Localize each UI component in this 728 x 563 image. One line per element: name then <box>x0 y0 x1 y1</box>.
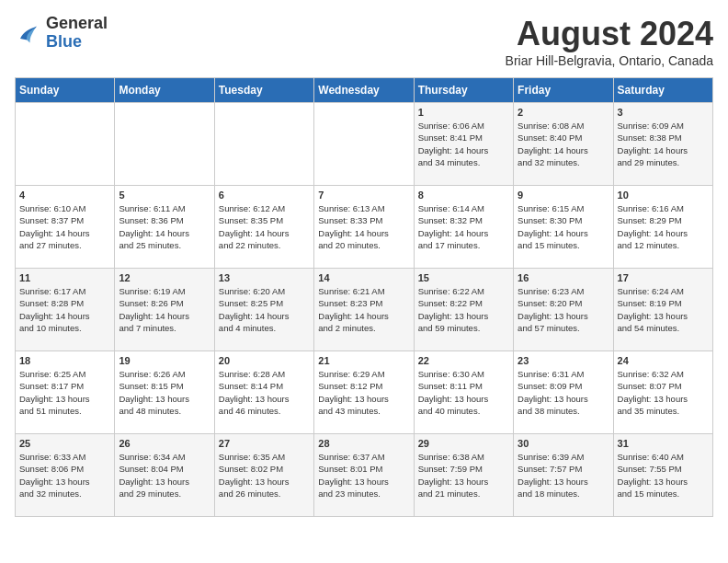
calendar-cell: 13Sunrise: 6:20 AM Sunset: 8:25 PM Dayli… <box>214 269 313 351</box>
day-number: 6 <box>219 190 310 201</box>
day-number: 9 <box>518 190 609 201</box>
calendar-cell: 29Sunrise: 6:38 AM Sunset: 7:59 PM Dayli… <box>414 434 513 517</box>
calendar-cell: 6Sunrise: 6:12 AM Sunset: 8:35 PM Daylig… <box>214 186 313 269</box>
calendar-cell: 7Sunrise: 6:13 AM Sunset: 8:33 PM Daylig… <box>314 186 414 269</box>
calendar-cell: 5Sunrise: 6:11 AM Sunset: 8:36 PM Daylig… <box>115 186 214 269</box>
calendar-table: SundayMondayTuesdayWednesdayThursdayFrid… <box>15 77 713 517</box>
calendar-week-1: 1Sunrise: 6:06 AM Sunset: 8:41 PM Daylig… <box>16 103 713 186</box>
calendar-week-3: 11Sunrise: 6:17 AM Sunset: 8:28 PM Dayli… <box>16 269 713 351</box>
day-number: 14 <box>318 272 409 283</box>
day-info: Sunrise: 6:12 AM Sunset: 8:35 PM Dayligh… <box>219 202 310 251</box>
day-number: 7 <box>318 190 409 201</box>
day-number: 31 <box>618 438 709 449</box>
day-number: 19 <box>119 355 210 366</box>
calendar-cell: 23Sunrise: 6:31 AM Sunset: 8:09 PM Dayli… <box>514 351 613 434</box>
day-info: Sunrise: 6:09 AM Sunset: 8:38 PM Dayligh… <box>618 120 709 168</box>
day-info: Sunrise: 6:17 AM Sunset: 8:28 PM Dayligh… <box>19 285 110 334</box>
day-info: Sunrise: 6:40 AM Sunset: 7:55 PM Dayligh… <box>618 451 709 500</box>
day-info: Sunrise: 6:08 AM Sunset: 8:40 PM Dayligh… <box>518 120 609 168</box>
day-info: Sunrise: 6:23 AM Sunset: 8:20 PM Dayligh… <box>518 285 609 334</box>
day-number: 5 <box>119 190 210 201</box>
location-subtitle: Briar Hill-Belgravia, Ontario, Canada <box>506 53 713 68</box>
day-info: Sunrise: 6:25 AM Sunset: 8:17 PM Dayligh… <box>19 368 110 417</box>
day-number: 27 <box>219 438 310 449</box>
calendar-cell: 25Sunrise: 6:33 AM Sunset: 8:06 PM Dayli… <box>16 434 115 517</box>
day-info: Sunrise: 6:29 AM Sunset: 8:12 PM Dayligh… <box>318 368 409 417</box>
calendar-cell: 20Sunrise: 6:28 AM Sunset: 8:14 PM Dayli… <box>214 351 313 434</box>
day-info: Sunrise: 6:15 AM Sunset: 8:30 PM Dayligh… <box>518 202 609 251</box>
calendar-cell: 17Sunrise: 6:24 AM Sunset: 8:19 PM Dayli… <box>613 269 712 351</box>
day-info: Sunrise: 6:11 AM Sunset: 8:36 PM Dayligh… <box>119 202 210 251</box>
calendar-cell: 9Sunrise: 6:15 AM Sunset: 8:30 PM Daylig… <box>514 186 613 269</box>
day-info: Sunrise: 6:35 AM Sunset: 8:02 PM Dayligh… <box>219 451 310 500</box>
day-number: 4 <box>19 190 110 201</box>
day-number: 25 <box>19 438 110 449</box>
month-year-title: August 2024 <box>506 15 713 53</box>
day-info: Sunrise: 6:24 AM Sunset: 8:19 PM Dayligh… <box>618 285 709 334</box>
calendar-cell: 14Sunrise: 6:21 AM Sunset: 8:23 PM Dayli… <box>314 269 414 351</box>
weekday-header-sunday: Sunday <box>16 78 115 103</box>
day-info: Sunrise: 6:39 AM Sunset: 7:57 PM Dayligh… <box>518 451 609 500</box>
calendar-cell: 21Sunrise: 6:29 AM Sunset: 8:12 PM Dayli… <box>314 351 414 434</box>
calendar-cell: 18Sunrise: 6:25 AM Sunset: 8:17 PM Dayli… <box>16 351 115 434</box>
calendar-cell: 30Sunrise: 6:39 AM Sunset: 7:57 PM Dayli… <box>514 434 613 517</box>
weekday-header-friday: Friday <box>514 78 613 103</box>
day-number: 18 <box>19 355 110 366</box>
calendar-cell: 2Sunrise: 6:08 AM Sunset: 8:40 PM Daylig… <box>514 103 613 186</box>
day-number: 23 <box>518 355 609 366</box>
calendar-cell: 28Sunrise: 6:37 AM Sunset: 8:01 PM Dayli… <box>314 434 414 517</box>
day-info: Sunrise: 6:14 AM Sunset: 8:32 PM Dayligh… <box>418 202 509 251</box>
calendar-cell <box>214 103 313 186</box>
day-info: Sunrise: 6:33 AM Sunset: 8:06 PM Dayligh… <box>19 451 110 500</box>
weekday-header-saturday: Saturday <box>613 78 712 103</box>
weekday-header-tuesday: Tuesday <box>214 78 313 103</box>
day-number: 1 <box>418 107 509 118</box>
calendar-cell <box>314 103 414 186</box>
calendar-cell: 11Sunrise: 6:17 AM Sunset: 8:28 PM Dayli… <box>16 269 115 351</box>
day-number: 3 <box>618 107 709 118</box>
day-info: Sunrise: 6:19 AM Sunset: 8:26 PM Dayligh… <box>119 285 210 334</box>
calendar-cell: 10Sunrise: 6:16 AM Sunset: 8:29 PM Dayli… <box>613 186 712 269</box>
day-number: 15 <box>418 272 509 283</box>
day-info: Sunrise: 6:34 AM Sunset: 8:04 PM Dayligh… <box>119 451 210 500</box>
day-info: Sunrise: 6:28 AM Sunset: 8:14 PM Dayligh… <box>219 368 310 417</box>
calendar-cell: 4Sunrise: 6:10 AM Sunset: 8:37 PM Daylig… <box>16 186 115 269</box>
calendar-cell: 1Sunrise: 6:06 AM Sunset: 8:41 PM Daylig… <box>414 103 513 186</box>
day-number: 26 <box>119 438 210 449</box>
calendar-week-5: 25Sunrise: 6:33 AM Sunset: 8:06 PM Dayli… <box>16 434 713 517</box>
weekday-header-row: SundayMondayTuesdayWednesdayThursdayFrid… <box>16 78 713 103</box>
day-number: 28 <box>318 438 409 449</box>
day-number: 30 <box>518 438 609 449</box>
day-number: 20 <box>219 355 310 366</box>
calendar-cell: 31Sunrise: 6:40 AM Sunset: 7:55 PM Dayli… <box>613 434 712 517</box>
day-number: 2 <box>518 107 609 118</box>
day-number: 29 <box>418 438 509 449</box>
calendar-cell: 8Sunrise: 6:14 AM Sunset: 8:32 PM Daylig… <box>414 186 513 269</box>
weekday-header-thursday: Thursday <box>414 78 513 103</box>
day-info: Sunrise: 6:30 AM Sunset: 8:11 PM Dayligh… <box>418 368 509 417</box>
day-info: Sunrise: 6:37 AM Sunset: 8:01 PM Dayligh… <box>318 451 409 500</box>
weekday-header-monday: Monday <box>115 78 214 103</box>
day-info: Sunrise: 6:32 AM Sunset: 8:07 PM Dayligh… <box>618 368 709 417</box>
calendar-cell: 26Sunrise: 6:34 AM Sunset: 8:04 PM Dayli… <box>115 434 214 517</box>
calendar-cell: 24Sunrise: 6:32 AM Sunset: 8:07 PM Dayli… <box>613 351 712 434</box>
day-number: 13 <box>219 272 310 283</box>
logo-text: General Blue <box>46 15 108 52</box>
title-block: August 2024 Briar Hill-Belgravia, Ontari… <box>506 15 713 68</box>
day-info: Sunrise: 6:13 AM Sunset: 8:33 PM Dayligh… <box>318 202 409 251</box>
day-info: Sunrise: 6:31 AM Sunset: 8:09 PM Dayligh… <box>518 368 609 417</box>
day-info: Sunrise: 6:10 AM Sunset: 8:37 PM Dayligh… <box>19 202 110 251</box>
day-number: 17 <box>618 272 709 283</box>
day-number: 8 <box>418 190 509 201</box>
calendar-cell <box>115 103 214 186</box>
calendar-week-2: 4Sunrise: 6:10 AM Sunset: 8:37 PM Daylig… <box>16 186 713 269</box>
day-number: 10 <box>618 190 709 201</box>
day-info: Sunrise: 6:06 AM Sunset: 8:41 PM Dayligh… <box>418 120 509 168</box>
day-info: Sunrise: 6:21 AM Sunset: 8:23 PM Dayligh… <box>318 285 409 334</box>
calendar-cell: 12Sunrise: 6:19 AM Sunset: 8:26 PM Dayli… <box>115 269 214 351</box>
calendar-cell <box>16 103 115 186</box>
day-number: 21 <box>318 355 409 366</box>
page-header: General Blue August 2024 Briar Hill-Belg… <box>15 15 713 68</box>
day-number: 11 <box>19 272 110 283</box>
calendar-cell: 27Sunrise: 6:35 AM Sunset: 8:02 PM Dayli… <box>214 434 313 517</box>
